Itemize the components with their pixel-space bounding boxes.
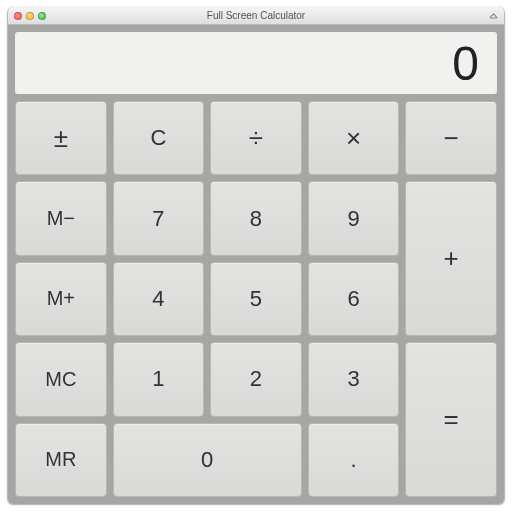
zoom-icon[interactable] (38, 12, 46, 20)
window-title: Full Screen Calculator (8, 10, 504, 21)
app-window: Full Screen Calculator 0 ± C ÷ × − M− 7 … (7, 7, 505, 505)
calculator-body: 0 ± C ÷ × − M− 7 8 9 + M+ 4 5 6 MC 1 2 3… (8, 25, 504, 504)
digit-4-button[interactable]: 4 (113, 262, 205, 336)
digit-0-button[interactable]: 0 (113, 423, 302, 497)
digit-2-button[interactable]: 2 (210, 342, 302, 416)
minus-button[interactable]: − (405, 101, 497, 175)
memory-recall-button[interactable]: MR (15, 423, 107, 497)
multiply-button[interactable]: × (308, 101, 400, 175)
decimal-button[interactable]: . (308, 423, 400, 497)
plus-minus-button[interactable]: ± (15, 101, 107, 175)
digit-7-button[interactable]: 7 (113, 181, 205, 255)
digit-3-button[interactable]: 3 (308, 342, 400, 416)
memory-plus-button[interactable]: M+ (15, 262, 107, 336)
digit-8-button[interactable]: 8 (210, 181, 302, 255)
plus-button[interactable]: + (405, 181, 497, 336)
digit-1-button[interactable]: 1 (113, 342, 205, 416)
keypad: ± C ÷ × − M− 7 8 9 + M+ 4 5 6 MC 1 2 3 =… (15, 101, 497, 497)
display-value: 0 (452, 36, 479, 91)
titlebar: Full Screen Calculator (8, 7, 504, 25)
digit-6-button[interactable]: 6 (308, 262, 400, 336)
equals-button[interactable]: = (405, 342, 497, 497)
divide-button[interactable]: ÷ (210, 101, 302, 175)
close-icon[interactable] (14, 12, 22, 20)
clear-button[interactable]: C (113, 101, 205, 175)
window-controls (14, 12, 46, 20)
digit-9-button[interactable]: 9 (308, 181, 400, 255)
fullscreen-icon[interactable] (488, 12, 498, 20)
digit-5-button[interactable]: 5 (210, 262, 302, 336)
memory-minus-button[interactable]: M− (15, 181, 107, 255)
memory-clear-button[interactable]: MC (15, 342, 107, 416)
minimize-icon[interactable] (26, 12, 34, 20)
display: 0 (15, 32, 497, 94)
